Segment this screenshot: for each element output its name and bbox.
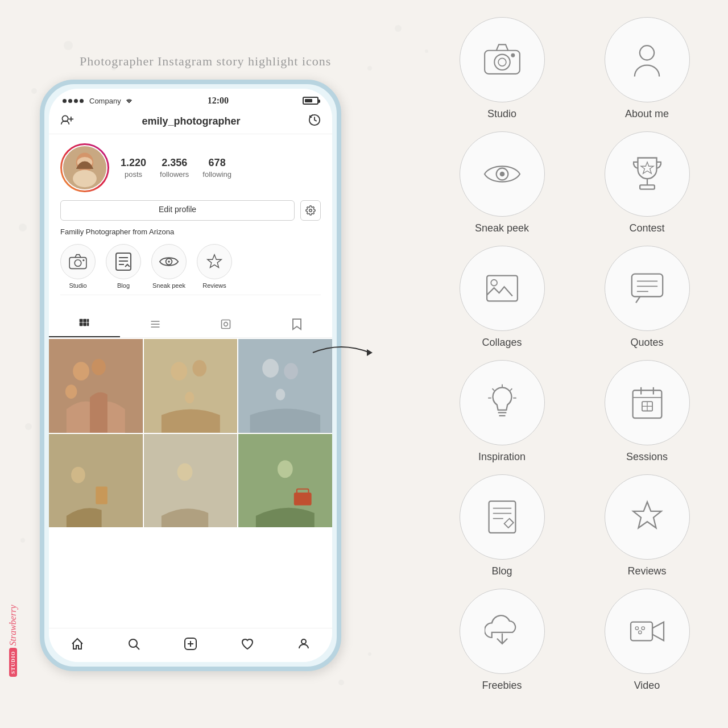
contest-icon-circle[interactable] [605,131,690,217]
inspiration-bulb-icon [487,383,518,422]
sneak-peek-eye-icon [482,160,522,188]
svg-point-0 [64,41,73,50]
studio-icon-circle[interactable] [460,17,545,102]
nav-heart[interactable] [241,637,254,654]
svg-point-60 [276,388,285,400]
svg-point-115 [635,627,638,630]
sneak-peek-icon-circle[interactable] [460,131,545,217]
icon-item-quotes: Quotes [583,246,711,349]
inspiration-label: Inspiration [478,451,526,463]
freebies-icon-circle[interactable] [460,589,545,674]
photo-1[interactable] [49,339,143,433]
status-time: 12:00 [134,96,303,106]
sessions-calendar-icon [631,385,664,420]
tab-tagged[interactable] [191,311,262,337]
icon-item-sessions: Sessions [583,360,711,463]
svg-point-81 [640,46,654,60]
photo-4[interactable] [49,434,143,528]
svg-point-30 [82,259,84,261]
nav-search[interactable] [127,637,140,654]
edit-profile-button[interactable]: Edit profile [60,200,295,221]
svg-point-80 [511,53,515,57]
ig-header: emily_photographer [49,109,332,134]
collages-icon-circle[interactable] [460,246,545,331]
highlight-reviews[interactable]: Reviews [197,244,232,289]
svg-marker-112 [633,502,661,528]
svg-line-71 [136,646,139,650]
svg-point-79 [498,58,506,66]
icon-item-video: Video [583,589,711,692]
highlight-studio[interactable]: Studio [60,244,96,289]
highlights-row: Studio Blog [60,244,321,295]
photo-5[interactable] [144,434,238,528]
svg-line-98 [492,388,494,391]
svg-point-29 [75,260,81,267]
nav-home[interactable] [71,637,84,654]
icon-item-freebies: Freebies [438,589,566,692]
svg-rect-85 [640,185,655,189]
svg-point-59 [284,363,299,379]
sessions-icon-circle[interactable] [605,360,690,445]
svg-rect-39 [84,319,87,322]
photo-6[interactable] [238,434,332,528]
ig-username: emily_photographer [142,115,240,127]
svg-point-116 [642,627,644,630]
svg-rect-107 [489,501,515,533]
photo-2[interactable] [144,339,238,433]
blog-icon-circle[interactable] [460,474,545,560]
highlight-icons-grid: Studio About me Sneak peek [438,17,711,692]
tab-grid[interactable] [49,311,120,337]
icon-item-sneak-peek: Sneak peek [438,131,566,234]
contest-trophy-icon [631,155,663,193]
quotes-icon-circle[interactable] [605,246,690,331]
svg-point-56 [185,392,194,404]
icon-item-inspiration: Inspiration [438,360,566,463]
svg-rect-63 [96,486,107,504]
settings-button[interactable] [300,200,321,221]
svg-point-78 [494,55,510,70]
svg-point-1 [31,88,37,94]
svg-rect-89 [631,274,662,297]
watermark-name: Strawberry [8,605,18,646]
svg-rect-47 [222,320,230,329]
about-me-icon-circle[interactable] [605,17,690,102]
tab-saved[interactable] [262,311,333,337]
svg-point-12 [25,423,32,430]
reviews-star-icon [629,499,665,535]
svg-point-51 [92,359,106,375]
studio-camera-icon [482,43,522,77]
followers-stat[interactable]: 2.356 followers [160,157,189,179]
svg-point-65 [177,463,192,481]
quotes-label: Quotes [630,337,663,349]
tab-bar [49,311,332,338]
nav-profile[interactable] [297,637,311,654]
add-user-button[interactable] [60,114,74,129]
avatar[interactable] [60,143,109,192]
icon-item-collages: Collages [438,246,566,349]
history-icon[interactable] [308,114,321,129]
highlight-blog[interactable]: Blog [106,244,141,289]
following-stat[interactable]: 678 following [202,157,231,179]
phone-mockup: Company 12:00 [40,80,358,694]
icon-item-blog: Blog [438,474,566,577]
freebies-label: Freebies [482,680,522,692]
highlight-sneak-peek[interactable]: Sneak peek [151,244,187,289]
svg-point-52 [65,384,77,399]
svg-point-50 [73,362,89,380]
collages-label: Collages [482,337,522,349]
blog-pencil-icon [487,499,518,535]
tab-list[interactable] [120,311,191,337]
reviews-icon-circle[interactable] [605,474,690,560]
svg-line-111 [509,519,513,523]
posts-stat: 1.220 posts [121,157,146,179]
icon-item-about-me: About me [583,17,711,120]
contest-label: Contest [629,222,664,234]
inspiration-icon-circle[interactable] [460,360,545,445]
nav-add[interactable] [184,637,197,654]
icon-item-contest: Contest [583,131,711,234]
video-icon-circle[interactable] [605,589,690,674]
studio-label: Studio [487,108,516,120]
svg-point-55 [192,360,206,377]
svg-point-54 [171,362,187,380]
reviews-label: Reviews [627,565,666,577]
